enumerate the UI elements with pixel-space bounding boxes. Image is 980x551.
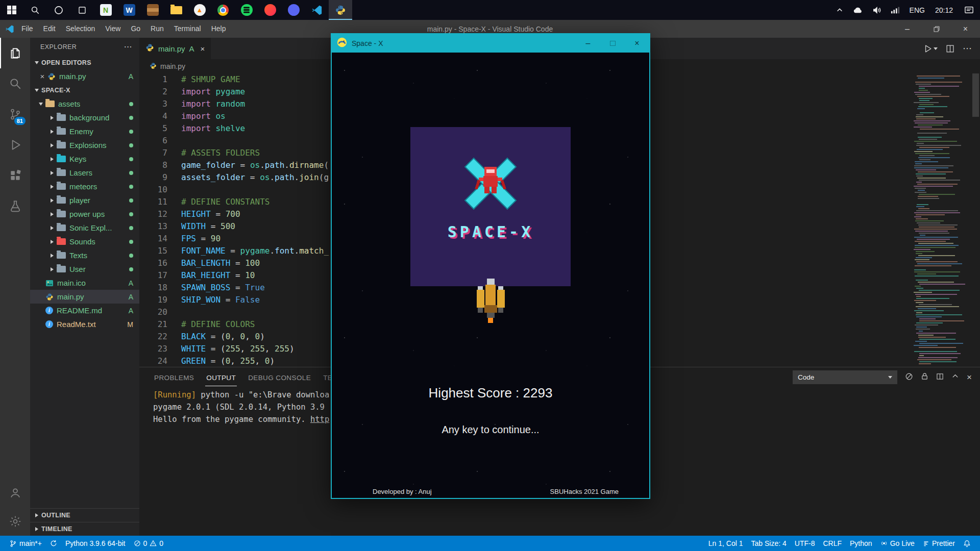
vlc-app[interactable]: ▲ — [188, 0, 211, 20]
network-icon[interactable] — [886, 0, 904, 20]
tree-item-explosions[interactable]: Explosions — [30, 138, 139, 152]
tree-item-keys[interactable]: Keys — [30, 152, 139, 166]
tree-item-texts[interactable]: Texts — [30, 248, 139, 262]
menu-view[interactable]: View — [100, 20, 126, 38]
timeline-section-header[interactable]: TIMELINE — [30, 522, 139, 536]
game-minimize-button[interactable]: – — [576, 39, 600, 48]
menu-terminal[interactable]: Terminal — [169, 20, 206, 38]
game-close-button[interactable]: × — [625, 39, 649, 48]
tree-item-main-ico[interactable]: main.icoA — [30, 276, 139, 290]
tree-item-enemy[interactable]: Enemy — [30, 124, 139, 138]
source-control-icon[interactable]: 81 — [0, 99, 30, 130]
tree-item-assets[interactable]: assets — [30, 97, 139, 111]
tree-item-background[interactable]: background — [30, 111, 139, 124]
clock[interactable]: 20:12 — [930, 6, 958, 14]
tree-item-readme-txt[interactable]: iReadMe.txtM — [30, 317, 139, 331]
tree-item-meteors[interactable]: meteors — [30, 180, 139, 193]
tree-item-sounds[interactable]: Sounds — [30, 235, 139, 248]
close-button[interactable]: × — [951, 20, 980, 38]
language-mode-status[interactable]: Python — [846, 536, 876, 551]
spotify-app[interactable] — [235, 0, 258, 20]
file-explorer-app[interactable] — [164, 0, 188, 20]
account-icon[interactable] — [0, 479, 30, 507]
discord-app[interactable] — [282, 0, 305, 20]
more-actions-icon[interactable]: ⋯ — [124, 42, 132, 52]
restore-button[interactable] — [922, 20, 951, 38]
run-python-file-button[interactable] — [923, 44, 938, 54]
minimap[interactable] — [912, 73, 971, 367]
game-maximize-button[interactable] — [600, 39, 625, 48]
onedrive-icon[interactable] — [848, 0, 868, 20]
panel-tab-output[interactable]: OUTPUT — [205, 369, 237, 386]
run-debug-icon[interactable] — [0, 130, 30, 160]
maximize-panel-icon[interactable] — [951, 372, 959, 382]
chrome-app[interactable] — [211, 0, 235, 20]
project-section-header[interactable]: SPACE-X — [30, 83, 139, 97]
tree-item-power-ups[interactable]: power ups — [30, 207, 139, 221]
tree-item-lasers[interactable]: Lasers — [30, 166, 139, 180]
minimize-button[interactable]: – — [893, 20, 922, 38]
volume-icon[interactable] — [868, 0, 886, 20]
tree-item-readme-md[interactable]: iREADME.mdA — [30, 304, 139, 317]
lock-icon[interactable] — [921, 372, 928, 382]
tree-item-user[interactable]: User — [30, 262, 139, 276]
git-branch-status[interactable]: main*+ — [5, 536, 46, 551]
encoding-status[interactable]: UTF-8 — [791, 536, 819, 551]
problems-status[interactable]: 00 — [130, 536, 168, 551]
outline-section-header[interactable]: OUTLINE — [30, 508, 139, 522]
close-panel-icon[interactable]: × — [967, 372, 972, 383]
tree-item-sonic-expl-[interactable]: Sonic Expl... — [30, 221, 139, 235]
extensions-icon[interactable] — [0, 160, 30, 191]
testing-icon[interactable] — [0, 191, 30, 221]
scrollbar-slider[interactable] — [972, 73, 979, 117]
twistie-icon — [47, 116, 57, 120]
settings-gear-icon[interactable] — [0, 507, 30, 536]
notepad-app[interactable]: N — [94, 0, 117, 20]
prettier-status[interactable]: Prettier — [919, 536, 959, 551]
tree-item-player[interactable]: player — [30, 193, 139, 207]
close-icon[interactable]: × — [37, 72, 47, 81]
python-interpreter-status[interactable]: Python 3.9.6 64-bit — [61, 536, 130, 551]
split-panel-icon[interactable] — [936, 372, 944, 382]
sync-status[interactable] — [46, 536, 61, 551]
tab-size-status[interactable]: Tab Size: 4 — [747, 536, 791, 551]
panel-tab-debug-console[interactable]: DEBUG CONSOLE — [247, 369, 312, 386]
menu-run[interactable]: Run — [145, 20, 169, 38]
game-screen[interactable]: SPACE-X Highest Score : 2293 — [332, 53, 649, 498]
chevron-up-icon[interactable] — [831, 0, 848, 20]
editor-scrollbar[interactable] — [971, 73, 980, 367]
python-app[interactable] — [329, 0, 352, 20]
cortana-button[interactable] — [47, 0, 70, 20]
more-actions-icon[interactable]: ⋯ — [963, 43, 972, 54]
open-editors-section-header[interactable]: OPEN EDITORS — [30, 56, 139, 69]
search-icon[interactable] — [0, 68, 30, 99]
menu-help[interactable]: Help — [206, 20, 231, 38]
brave-app[interactable] — [258, 0, 282, 20]
tree-item-main-py[interactable]: main.pyA — [30, 290, 139, 304]
start-button[interactable] — [0, 0, 23, 20]
panel-tab-problems[interactable]: PROBLEMS — [153, 369, 195, 386]
split-editor-icon[interactable] — [946, 44, 954, 53]
close-tab-icon[interactable]: × — [201, 44, 205, 53]
pygame-titlebar[interactable]: Space - X – × — [332, 34, 649, 53]
eol-status[interactable]: CRLF — [819, 536, 846, 551]
task-view-button[interactable] — [70, 0, 94, 20]
package-app[interactable] — [141, 0, 164, 20]
vscode-app[interactable] — [305, 0, 329, 20]
language-indicator[interactable]: ENG — [904, 6, 930, 14]
tab-main-py[interactable]: main.py A × — [139, 38, 211, 59]
notification-center-icon[interactable] — [958, 0, 980, 20]
menu-edit[interactable]: Edit — [38, 20, 61, 38]
output-channel-select[interactable]: Code — [793, 370, 897, 384]
menu-go[interactable]: Go — [126, 20, 145, 38]
notifications-bell[interactable] — [959, 536, 975, 551]
cursor-position-status[interactable]: Ln 1, Col 1 — [704, 536, 747, 551]
word-app[interactable]: W — [117, 0, 141, 20]
open-editor-item[interactable]: ×main.pyA — [30, 69, 139, 83]
clear-output-icon[interactable] — [905, 372, 913, 383]
search-button[interactable] — [23, 0, 47, 20]
go-live-status[interactable]: Go Live — [876, 536, 919, 551]
explorer-icon[interactable] — [0, 38, 30, 68]
menu-file[interactable]: File — [16, 20, 38, 38]
menu-selection[interactable]: Selection — [61, 20, 101, 38]
